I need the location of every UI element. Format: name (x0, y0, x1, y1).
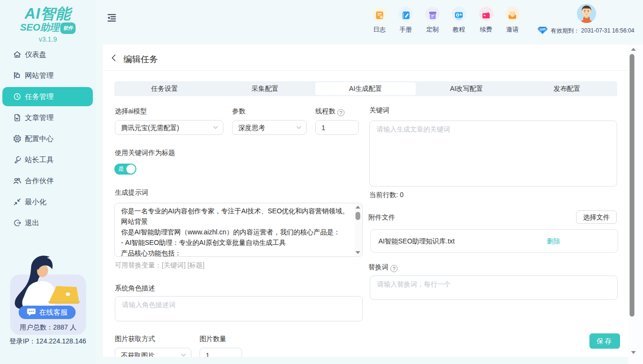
svg-text:VIP: VIP (540, 28, 545, 31)
